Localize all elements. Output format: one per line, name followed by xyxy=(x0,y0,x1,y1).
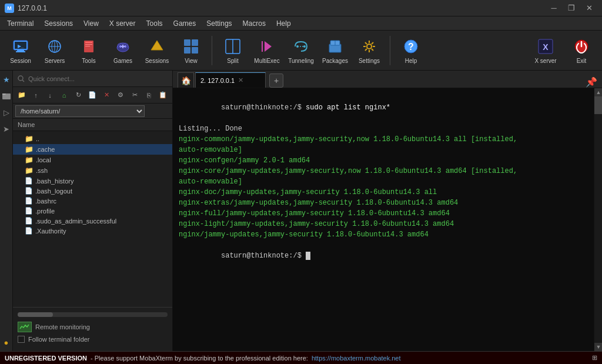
nav-star-icon[interactable]: ★ xyxy=(1,74,12,85)
toolbar-games-button[interactable]: Games xyxy=(107,34,139,68)
sidebar-tool-home[interactable]: ⌂ xyxy=(58,89,71,102)
tab-home-button[interactable]: 🏠 xyxy=(178,72,194,88)
toolbar-sessions-button[interactable]: Sessions xyxy=(141,34,173,68)
menu-item-x server[interactable]: X server xyxy=(105,18,141,29)
nav-arrow-icon[interactable]: ▷ xyxy=(1,107,12,118)
titlebar: M 127.0.0.1 ─ ❐ ✕ xyxy=(0,0,602,16)
session-label: Session xyxy=(10,58,31,64)
xserver-label: X server xyxy=(534,58,556,64)
toolbar-tools-button[interactable]: Tools xyxy=(73,34,105,68)
sidebar-tool-upload[interactable]: ↑ xyxy=(29,89,42,102)
term-line-8: nginx-doc/jammy-updates,jammy-security 1… xyxy=(179,187,588,198)
toolbar-exit-button[interactable]: Exit xyxy=(566,34,597,68)
nav-circle-icon[interactable]: ● xyxy=(1,337,12,348)
term-line-1: saturn@thinknote:/$ sudo apt list nginx* xyxy=(179,92,588,123)
sidebar-tool-props[interactable]: ⚙ xyxy=(114,89,127,102)
sidebar-tool-paste[interactable]: 📋 xyxy=(156,89,169,102)
svg-line-40 xyxy=(372,42,373,44)
sidebar-tool-download[interactable]: ↓ xyxy=(44,89,56,102)
sidebar-tool-copy[interactable]: ⎘ xyxy=(142,89,155,102)
tree-item-bash-logout[interactable]: 📄 .bash_logout xyxy=(13,186,172,196)
scroll-up-arrow[interactable]: ▲ xyxy=(594,88,602,96)
scrollbar-thumb xyxy=(18,312,53,317)
exit-icon xyxy=(572,37,591,56)
new-tab-button[interactable]: + xyxy=(269,74,283,88)
sidebar-tool-refresh[interactable]: ↻ xyxy=(72,89,85,102)
tools-icon xyxy=(79,37,98,56)
menu-item-macros[interactable]: Macros xyxy=(238,18,270,29)
menu-item-settings[interactable]: Settings xyxy=(202,18,236,29)
svg-point-28 xyxy=(296,45,299,48)
menu-item-tools[interactable]: Tools xyxy=(142,18,168,29)
toolbar-session-button[interactable]: ▶_ Session xyxy=(5,34,36,68)
maximize-button[interactable]: ❐ xyxy=(563,2,580,14)
xserver-icon: X xyxy=(536,37,555,56)
scroll-track[interactable] xyxy=(594,96,602,343)
sidebar-tool-cut[interactable]: ✂ xyxy=(128,89,141,102)
file-icon-bashrc: 📄 xyxy=(25,197,33,205)
term-line-12: nginx/jammy-updates,jammy-security 1.18.… xyxy=(179,229,588,240)
statusbar-link[interactable]: https://mobaxterm.mobatek.net xyxy=(312,355,401,362)
sidebar-tool-delete[interactable]: ✕ xyxy=(100,89,113,102)
horizontal-scrollbar[interactable] xyxy=(18,312,168,317)
term-line-4: auto-removable] xyxy=(179,145,588,155)
tree-item-xauthority[interactable]: 📄 .Xauthority xyxy=(13,226,172,236)
pin-icon[interactable]: 📌 xyxy=(586,76,597,88)
toolbar-help-button[interactable]: ? Help xyxy=(395,34,427,68)
terminal-scrollbar: ▲ ▼ xyxy=(594,88,602,351)
remote-monitoring-option[interactable]: Remote monitoring xyxy=(18,322,168,332)
menu-item-sessions[interactable]: Sessions xyxy=(39,18,78,29)
menu-item-view[interactable]: View xyxy=(79,18,103,29)
term-line-6: nginx-core/jammy-updates,jammy-security,… xyxy=(179,166,588,176)
nav-send-icon[interactable]: ➤ xyxy=(1,123,12,134)
tools-label: Tools xyxy=(82,58,95,64)
toolbar-view-button[interactable]: View xyxy=(175,34,207,68)
path-dropdown[interactable]: /home/saturn/ xyxy=(15,105,145,117)
follow-terminal-option[interactable]: Follow terminal folder xyxy=(18,336,168,343)
toolbar-tunneling-button[interactable]: Tunneling xyxy=(285,34,317,68)
term-line-5: nginx-confgen/jammy 2.0-1 amd64 xyxy=(179,155,588,166)
menu-item-help[interactable]: Help xyxy=(272,18,296,29)
tab-session-1[interactable]: 2. 127.0.0.1 ✕ xyxy=(195,72,266,88)
statusbar: UNREGISTERED VERSION - Please support Mo… xyxy=(0,351,602,364)
view-label: View xyxy=(185,58,198,64)
sidebar-tool-new-file[interactable]: 📄 xyxy=(86,89,99,102)
tree-item-cache[interactable]: 📁 .cache xyxy=(13,144,172,155)
sidebar-tool-folder[interactable]: 📁 xyxy=(15,89,28,102)
tree-item-local[interactable]: 📁 .local xyxy=(13,155,172,165)
tree-item-profile[interactable]: 📄 .profile xyxy=(13,206,172,216)
sidebar-bottom: Remote monitoring Follow terminal folder xyxy=(13,307,172,351)
scroll-down-arrow[interactable]: ▼ xyxy=(594,343,602,351)
follow-terminal-checkbox[interactable] xyxy=(18,336,25,343)
tree-item-bash-history[interactable]: 📄 .bash_history xyxy=(13,176,172,186)
nav-folder-icon[interactable] xyxy=(1,91,12,101)
term-line-11: nginx-light/jammy-updates,jammy-security… xyxy=(179,219,588,229)
toolbar-servers-button[interactable]: Servers xyxy=(39,34,71,68)
tree-item-bashrc[interactable]: 📄 .bashrc xyxy=(13,196,172,206)
packages-label: Packages xyxy=(322,58,348,64)
toolbar-multiexec-button[interactable]: MultiExec xyxy=(251,34,283,68)
toolbar-packages-button[interactable]: Packages xyxy=(319,34,351,68)
tab-close-button[interactable]: ✕ xyxy=(238,76,243,84)
menu-item-games[interactable]: Games xyxy=(169,18,201,29)
term-line-9: nginx-extras/jammy-updates,jammy-securit… xyxy=(179,198,588,208)
quick-connect-input[interactable] xyxy=(28,75,168,82)
tree-item-ssh[interactable]: 📁 .ssh xyxy=(13,165,172,176)
tree-item-sudo-admin[interactable]: 📄 .sudo_as_admin_successful xyxy=(13,216,172,226)
toolbar-settings-button[interactable]: Settings xyxy=(353,34,385,68)
titlebar-title: 127.0.0.1 xyxy=(18,4,47,12)
tree-item-dotdot[interactable]: 📁 .. xyxy=(13,133,172,144)
close-button[interactable]: ✕ xyxy=(581,2,597,14)
terminal-content[interactable]: saturn@thinknote:/$ sudo apt list nginx*… xyxy=(173,88,594,351)
toolbar-xserver-button[interactable]: X X server xyxy=(528,34,563,68)
toolbar-right: X X server Exit xyxy=(528,34,597,68)
split-label: Split xyxy=(227,58,238,64)
svg-rect-11 xyxy=(85,44,92,45)
menu-item-terminal[interactable]: Terminal xyxy=(2,18,38,29)
minimize-button[interactable]: ─ xyxy=(546,2,562,14)
toolbar-split-button[interactable]: Split xyxy=(217,34,249,68)
terminal-row: saturn@thinknote:/$ sudo apt list nginx*… xyxy=(173,88,602,351)
sidebar: 📁 ↑ ↓ ⌂ ↻ 📄 ✕ ⚙ ✂ ⎘ 📋 /home/saturn/ Name… xyxy=(13,71,173,351)
games-icon xyxy=(113,37,132,56)
term-line-prompt: saturn@thinknote:/$ xyxy=(179,240,588,272)
